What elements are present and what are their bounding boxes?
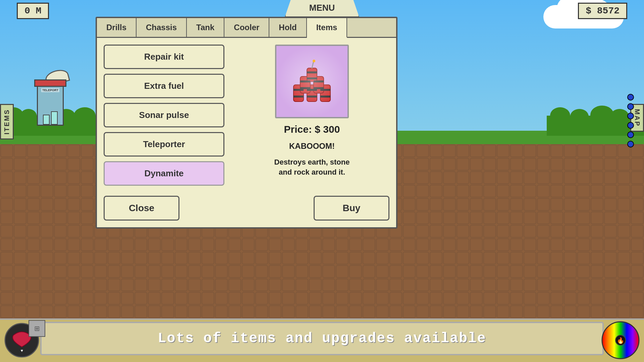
status-text: Lots of items and upgrades available	[55, 330, 589, 347]
side-label-left: ITEMS	[0, 104, 14, 139]
item-extra-fuel[interactable]: Extra fuel	[104, 74, 224, 98]
tab-bar: Drills Chassis Tank Cooler Hold Items	[97, 18, 396, 38]
svg-rect-13	[307, 89, 317, 91]
svg-rect-6	[307, 85, 317, 102]
rainbow-wheel: 🔥	[600, 320, 641, 360]
item-image	[275, 45, 349, 118]
item-repair-kit[interactable]: Repair kit	[104, 45, 224, 69]
hud-distance: 0 M	[17, 3, 49, 19]
tab-cooler[interactable]: Cooler	[224, 18, 269, 37]
svg-rect-12	[293, 96, 304, 98]
map-dot-1	[627, 94, 634, 101]
dynamite-icon	[288, 58, 335, 105]
minimap-dots	[627, 94, 634, 147]
item-desc: Destroys earth, stoneand rock around it.	[274, 157, 350, 178]
svg-rect-9	[314, 76, 324, 93]
buy-button[interactable]: Buy	[314, 196, 389, 221]
map-dot-5	[627, 131, 634, 138]
item-price: Price: $ 300	[284, 124, 340, 135]
tab-tank[interactable]: Tank	[187, 18, 224, 37]
svg-rect-8	[300, 76, 310, 93]
shop-modal: Drills Chassis Tank Cooler Hold Items Re…	[96, 17, 397, 229]
svg-text:♥: ♥	[20, 348, 23, 353]
status-bar: Lots of items and upgrades available	[40, 322, 604, 355]
svg-rect-16	[320, 96, 330, 98]
inventory-icon: ⊞	[29, 320, 45, 337]
svg-text:🔥: 🔥	[617, 337, 625, 344]
close-button[interactable]: Close	[104, 196, 179, 221]
svg-line-23	[312, 61, 314, 68]
tab-drills[interactable]: Drills	[97, 18, 137, 37]
item-dynamite[interactable]: Dynamite	[104, 161, 224, 186]
item-detail: Price: $ 300 KABOOOM! Destroys earth, st…	[234, 45, 389, 186]
item-list: Repair kit Extra fuel Sonar pulse Telepo…	[104, 45, 224, 186]
svg-rect-11	[293, 89, 304, 91]
item-sonar-pulse[interactable]: Sonar pulse	[104, 103, 224, 127]
tab-items[interactable]: Items	[307, 18, 347, 38]
svg-rect-7	[320, 85, 330, 102]
map-dot-2	[627, 103, 634, 110]
svg-rect-10	[307, 68, 317, 81]
item-title: KABOOOM!	[289, 140, 335, 152]
svg-rect-19	[314, 80, 324, 82]
item-teleporter[interactable]: Teleporter	[104, 132, 224, 157]
right-bottom-hud: 🔥	[600, 320, 641, 360]
tab-chassis[interactable]: Chassis	[137, 18, 187, 37]
tab-hold[interactable]: Hold	[269, 18, 307, 37]
map-dot-6	[627, 141, 634, 147]
modal-content: Repair kit Extra fuel Sonar pulse Telepo…	[97, 38, 396, 192]
svg-point-24	[313, 60, 315, 62]
svg-rect-18	[300, 87, 310, 89]
map-dot-4	[627, 122, 634, 129]
svg-rect-15	[320, 89, 330, 91]
hud-money: $ 8572	[578, 3, 627, 19]
hud-menu-tab: MENU	[285, 0, 360, 17]
svg-rect-14	[307, 96, 317, 98]
svg-rect-20	[314, 87, 324, 89]
svg-rect-5	[293, 85, 304, 102]
svg-rect-22	[307, 77, 317, 79]
teleport-building: TELEPORT	[37, 85, 64, 126]
modal-footer: Close Buy	[97, 192, 396, 227]
svg-rect-17	[300, 80, 310, 82]
svg-rect-21	[307, 71, 317, 73]
map-dot-3	[627, 113, 634, 119]
